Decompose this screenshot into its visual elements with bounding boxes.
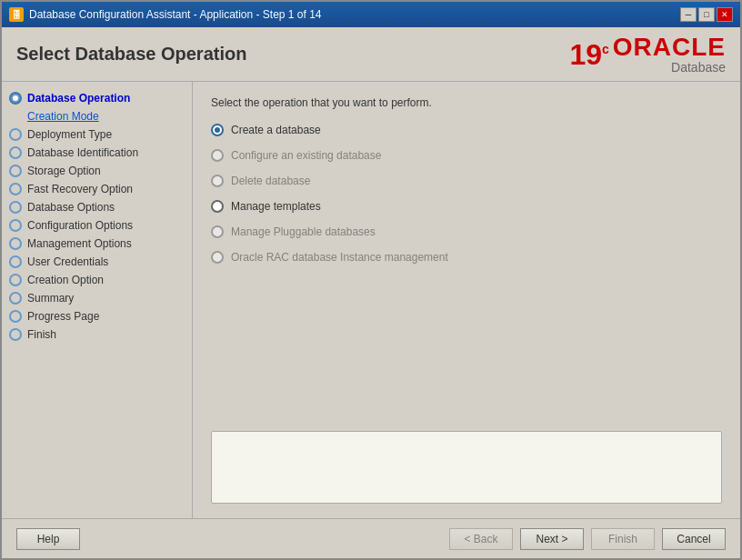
step-circle-mgmt — [9, 237, 22, 250]
radio-item-create-db[interactable]: Create a database — [211, 124, 722, 136]
radio-circle-manage-pluggable — [211, 225, 224, 238]
minimize-button[interactable]: ─ — [680, 7, 697, 22]
sidebar-label-configuration-options: Configuration Options — [27, 219, 133, 232]
step-circle-creds — [9, 255, 22, 268]
main-content: Database Operation Creation Mode Deploym… — [2, 82, 740, 518]
radio-label-manage-pluggable: Manage Pluggable databases — [231, 225, 376, 238]
sidebar-label-storage-option: Storage Option — [27, 165, 101, 177]
step-circle-db-id — [9, 146, 22, 159]
cancel-button[interactable]: Cancel — [662, 528, 726, 550]
sidebar-label-database-options: Database Options — [27, 201, 115, 214]
radio-circle-configure-db — [211, 149, 224, 162]
radio-label-create-db: Create a database — [231, 124, 321, 136]
sidebar-label-summary: Summary — [27, 292, 74, 305]
sidebar-item-configuration-options[interactable]: Configuration Options — [2, 216, 192, 235]
radio-label-oracle-rac: Oracle RAC database Instance management — [231, 251, 448, 264]
sidebar-item-creation-mode[interactable]: Creation Mode — [2, 107, 192, 125]
main-window: 🗄 Database Configuration Assistant - App… — [0, 0, 742, 560]
step-circle-progress — [9, 310, 22, 323]
oracle-version: 19c — [569, 40, 608, 69]
restore-button[interactable]: □ — [698, 7, 715, 22]
step-circle-active — [9, 92, 22, 105]
title-bar: 🗄 Database Configuration Assistant - App… — [2, 2, 740, 27]
sidebar: Database Operation Creation Mode Deploym… — [2, 82, 193, 518]
radio-item-manage-templates[interactable]: Manage templates — [211, 200, 722, 213]
title-bar-left: 🗄 Database Configuration Assistant - App… — [9, 7, 322, 22]
page-title: Select Database Operation — [16, 44, 246, 65]
sidebar-item-storage-option[interactable]: Storage Option — [2, 162, 192, 180]
app-icon: 🗄 — [9, 7, 24, 22]
sidebar-label-database-identification: Database Identification — [27, 146, 138, 159]
step-circle-db-options — [9, 201, 22, 214]
step-circle-recovery — [9, 183, 22, 195]
sidebar-label-management-options: Management Options — [27, 237, 132, 250]
step-circle-finish — [9, 328, 22, 341]
sidebar-item-fast-recovery[interactable]: Fast Recovery Option — [2, 180, 192, 198]
sidebar-item-management-options[interactable]: Management Options — [2, 235, 192, 253]
sidebar-label-creation-mode: Creation Mode — [27, 110, 99, 123]
radio-label-delete-db: Delete database — [231, 175, 310, 187]
sidebar-item-creation-option[interactable]: Creation Option — [2, 271, 192, 289]
step-circle-create-opt — [9, 274, 22, 286]
radio-item-delete-db: Delete database — [211, 175, 722, 187]
oracle-text: ORACLE Database — [613, 35, 726, 75]
window-title: Database Configuration Assistant - Appli… — [29, 8, 322, 21]
radio-circle-create-db — [211, 124, 224, 136]
sidebar-item-user-credentials[interactable]: User Credentials — [2, 253, 192, 271]
sidebar-label-finish: Finish — [27, 328, 56, 341]
footer-left: Help — [16, 528, 80, 550]
radio-label-manage-templates: Manage templates — [231, 200, 321, 213]
sidebar-label-database-operation: Database Operation — [27, 92, 130, 105]
right-panel: Select the operation that you want to pe… — [193, 82, 740, 518]
radio-circle-delete-db — [211, 175, 224, 187]
sidebar-item-summary[interactable]: Summary — [2, 289, 192, 307]
sidebar-item-database-options[interactable]: Database Options — [2, 198, 192, 216]
radio-item-manage-pluggable: Manage Pluggable databases — [211, 225, 722, 238]
radio-item-configure-db: Configure an existing database — [211, 149, 722, 162]
window-controls: ─ □ ✕ — [680, 7, 733, 22]
finish-button[interactable]: Finish — [591, 528, 655, 550]
radio-circle-manage-templates — [211, 200, 224, 213]
sidebar-item-deployment-type[interactable]: Deployment Type — [2, 125, 192, 144]
sidebar-item-database-operation[interactable]: Database Operation — [2, 89, 192, 107]
radio-circle-oracle-rac — [211, 251, 224, 264]
sidebar-item-progress-page[interactable]: Progress Page — [2, 307, 192, 325]
radio-dot-create-db — [215, 127, 220, 133]
footer: Help < Back Next > Finish Cancel — [2, 518, 740, 558]
info-box — [211, 431, 722, 504]
radio-item-oracle-rac: Oracle RAC database Instance management — [211, 251, 722, 264]
step-circle-deployment — [9, 128, 22, 141]
step-circle-summary — [9, 292, 22, 305]
oracle-db-label: Database — [671, 60, 726, 75]
instruction-text: Select the operation that you want to pe… — [211, 96, 722, 109]
radio-label-configure-db: Configure an existing database — [231, 149, 381, 162]
sidebar-label-progress-page: Progress Page — [27, 310, 99, 323]
step-circle-storage — [9, 165, 22, 177]
sidebar-label-fast-recovery: Fast Recovery Option — [27, 183, 133, 195]
radio-group: Create a database Configure an existing … — [211, 124, 722, 264]
header: Select Database Operation 19c ORACLE Dat… — [2, 27, 740, 82]
next-button[interactable]: Next > — [520, 528, 584, 550]
help-button[interactable]: Help — [16, 528, 80, 550]
close-button[interactable]: ✕ — [717, 7, 733, 22]
oracle-logo: 19c ORACLE Database — [569, 35, 726, 75]
back-button[interactable]: < Back — [449, 528, 513, 550]
oracle-name: ORACLE — [613, 35, 726, 60]
step-dot — [13, 95, 18, 101]
footer-right: < Back Next > Finish Cancel — [449, 528, 726, 550]
sidebar-label-creation-option: Creation Option — [27, 274, 104, 286]
sidebar-item-database-identification[interactable]: Database Identification — [2, 144, 192, 162]
sidebar-label-deployment-type: Deployment Type — [27, 128, 112, 141]
step-circle-config — [9, 219, 22, 232]
sidebar-label-user-credentials: User Credentials — [27, 255, 108, 268]
sidebar-item-finish[interactable]: Finish — [2, 325, 192, 344]
